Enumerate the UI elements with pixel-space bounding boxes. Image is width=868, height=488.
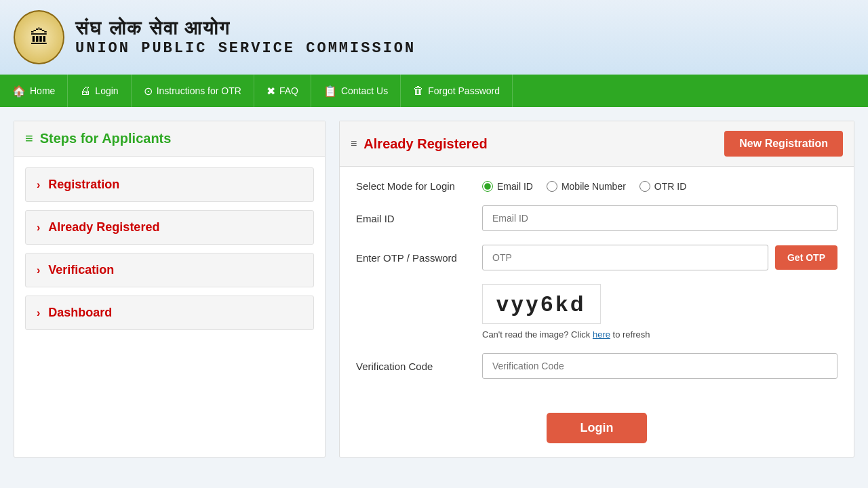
arrow-icon-dashboard: ›	[37, 307, 40, 319]
radio-otr-input[interactable]	[639, 181, 650, 192]
otp-input[interactable]	[482, 245, 768, 270]
instructions-icon: ⊙	[144, 85, 153, 98]
otp-label: Enter OTP / Password	[356, 252, 471, 264]
nav-instructions[interactable]: ⊙ Instructions for OTR	[132, 75, 254, 107]
header-hindi-title: संघ लोक सेवा आयोग	[75, 18, 416, 40]
right-panel-header: ≡ Already Registered New Registration	[340, 121, 854, 167]
arrow-icon-already-registered: ›	[37, 222, 40, 234]
otp-input-group: Get OTP	[482, 245, 837, 270]
verification-row: Verification Code	[356, 353, 837, 379]
email-input[interactable]	[482, 205, 837, 231]
steps-list: › Registration › Already Registered › Ve…	[14, 157, 325, 341]
login-icon: 🖨	[80, 85, 91, 97]
arrow-icon-verification: ›	[37, 264, 40, 277]
step-verification[interactable]: › Verification	[25, 253, 314, 287]
left-panel-header: ≡ Steps for Applicants	[14, 121, 325, 157]
step-dashboard[interactable]: › Dashboard	[25, 296, 314, 330]
navbar: 🏠 Home 🖨 Login ⊙ Instructions for OTR ✖ …	[0, 75, 868, 107]
verification-input[interactable]	[482, 353, 837, 379]
email-label: Email ID	[356, 213, 471, 224]
step-already-registered[interactable]: › Already Registered	[25, 210, 314, 245]
email-row: Email ID	[356, 205, 837, 231]
radio-email[interactable]: Email ID	[482, 181, 533, 192]
verification-label: Verification Code	[356, 361, 471, 372]
nav-faq[interactable]: ✖ FAQ	[254, 75, 311, 107]
login-mode-label: Select Mode for Login	[356, 180, 471, 192]
steps-title: Steps for Applicants	[40, 131, 172, 146]
forgot-icon: 🗑	[413, 85, 424, 97]
step-already-registered-label: Already Registered	[48, 220, 159, 235]
left-panel: ≡ Steps for Applicants › Registration › …	[14, 121, 326, 458]
emblem-logo: 🏛	[14, 10, 64, 64]
captcha-text: vyy6kd	[496, 291, 587, 316]
step-dashboard-label: Dashboard	[48, 306, 112, 320]
step-registration[interactable]: › Registration	[25, 167, 314, 202]
faq-icon: ✖	[267, 85, 275, 98]
nav-contact[interactable]: 📋 Contact Us	[311, 75, 401, 107]
captcha-image: vyy6kd	[482, 284, 601, 324]
nav-home[interactable]: 🏠 Home	[0, 75, 68, 107]
nav-login-label: Login	[95, 85, 118, 96]
radio-email-label: Email ID	[497, 181, 533, 192]
right-panel-header-left: ≡ Already Registered	[351, 136, 488, 152]
nav-faq-label: FAQ	[279, 85, 298, 96]
nav-contact-label: Contact Us	[341, 85, 388, 96]
radio-mobile-label: Mobile Number	[561, 181, 626, 192]
header: 🏛 संघ लोक सेवा आयोग UNION PUBLIC SERVICE…	[0, 0, 868, 75]
captcha-area: vyy6kd Can't read the image? Click here …	[482, 284, 837, 340]
radio-email-input[interactable]	[482, 181, 493, 192]
nav-home-label: Home	[30, 85, 55, 96]
new-registration-button[interactable]: New Registration	[724, 131, 843, 157]
step-registration-label: Registration	[48, 178, 119, 192]
get-otp-button[interactable]: Get OTP	[775, 245, 837, 270]
radio-mobile[interactable]: Mobile Number	[547, 181, 626, 192]
radio-otr-label: OTR ID	[654, 181, 686, 192]
header-text: संघ लोक सेवा आयोग UNION PUBLIC SERVICE C…	[75, 18, 416, 57]
nav-instructions-label: Instructions for OTR	[157, 85, 241, 96]
radio-mobile-input[interactable]	[547, 181, 557, 192]
captcha-refresh-suffix: to refresh	[613, 329, 650, 340]
menu-icon: ≡	[25, 131, 33, 146]
nav-forgot-label: Forgot Password	[428, 85, 500, 96]
home-icon: 🏠	[12, 85, 26, 98]
right-menu-icon: ≡	[351, 138, 357, 150]
right-panel-title: Already Registered	[363, 136, 487, 152]
header-english-title: UNION PUBLIC SERVICE COMMISSION	[75, 40, 416, 57]
form-area: Select Mode for Login Email ID Mobile Nu…	[340, 167, 854, 406]
nav-forgot[interactable]: 🗑 Forgot Password	[401, 75, 513, 107]
step-verification-label: Verification	[48, 263, 114, 277]
right-panel: ≡ Already Registered New Registration Se…	[339, 121, 854, 458]
main-content: ≡ Steps for Applicants › Registration › …	[0, 107, 868, 471]
arrow-icon-registration: ›	[37, 179, 40, 191]
radio-group: Email ID Mobile Number OTR ID	[482, 181, 686, 192]
radio-otr[interactable]: OTR ID	[639, 181, 686, 192]
captcha-refresh-text: Can't read the image? Click here to refr…	[482, 329, 837, 340]
contact-icon: 📋	[323, 85, 337, 98]
login-mode-row: Select Mode for Login Email ID Mobile Nu…	[356, 180, 837, 192]
otp-row: Enter OTP / Password Get OTP	[356, 245, 837, 270]
login-section: Login	[340, 406, 854, 457]
login-button[interactable]: Login	[547, 413, 648, 443]
captcha-refresh-label: Can't read the image? Click	[482, 329, 590, 340]
captcha-refresh-link[interactable]: here	[593, 329, 610, 340]
nav-login[interactable]: 🖨 Login	[68, 75, 131, 107]
